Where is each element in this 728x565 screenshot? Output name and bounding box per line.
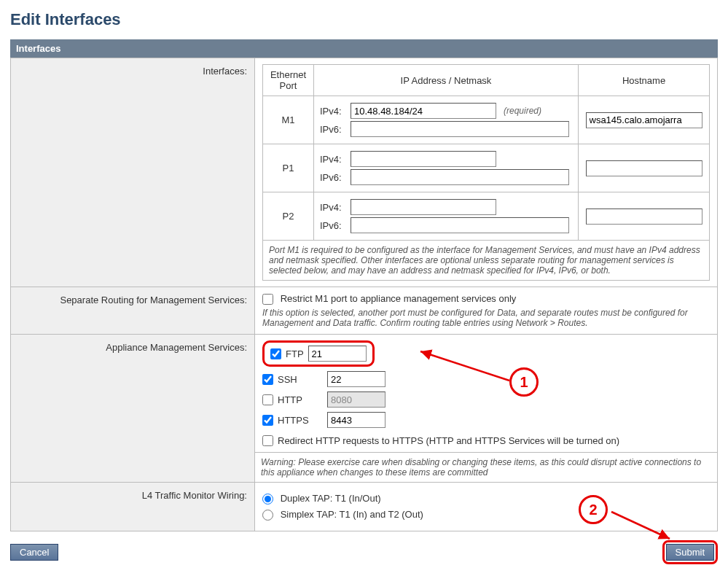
col-header-host: Hostname xyxy=(579,65,710,96)
cancel-button[interactable]: Cancel xyxy=(10,544,58,561)
page-title: Edit Interfaces xyxy=(10,10,718,29)
restrict-m1-checkbox[interactable] xyxy=(262,294,273,305)
l4-duplex-radio[interactable] xyxy=(262,494,273,504)
p1-hostname-input[interactable] xyxy=(586,160,702,176)
redirect-checkbox[interactable] xyxy=(262,435,273,446)
routing-note: If this option is selected, another port… xyxy=(262,308,710,328)
port-name-p1: P1 xyxy=(263,144,314,192)
p2-ipv4-input[interactable] xyxy=(351,199,496,215)
p1-ipv6-label: IPv6: xyxy=(320,172,351,183)
ssh-port-input[interactable] xyxy=(327,371,385,387)
ftp-checkbox[interactable] xyxy=(270,348,281,359)
https-label: HTTPS xyxy=(278,415,323,426)
p2-ipv6-label: IPv6: xyxy=(320,220,351,231)
submit-button[interactable]: Submit xyxy=(666,544,714,561)
highlight-ftp: FTP xyxy=(262,340,375,367)
interfaces-table: Interfaces: Ethernet Port IP Address / N… xyxy=(10,58,718,531)
m1-ipv4-input[interactable] xyxy=(351,103,496,119)
p1-ipv4-input[interactable] xyxy=(351,151,496,167)
m1-hostname-input[interactable] xyxy=(586,112,702,128)
section-header-interfaces: Interfaces xyxy=(10,39,718,58)
restrict-m1-label: Restrict M1 port to appliance management… xyxy=(281,293,517,304)
http-label: HTTP xyxy=(278,394,323,405)
label-interfaces: Interfaces: xyxy=(11,58,255,287)
http-checkbox[interactable] xyxy=(262,394,273,405)
m1-ipv6-label: IPv6: xyxy=(320,124,351,135)
redirect-label: Redirect HTTP requests to HTTPS (HTTP an… xyxy=(278,435,619,446)
p1-ipv6-input[interactable] xyxy=(351,169,569,185)
p2-hostname-input[interactable] xyxy=(586,209,702,225)
https-checkbox[interactable] xyxy=(262,415,273,426)
col-header-ip: IP Address / Netmask xyxy=(314,65,579,96)
port-name-p2: P2 xyxy=(263,192,314,241)
p2-ipv4-label: IPv4: xyxy=(320,202,351,213)
port-name-m1: M1 xyxy=(263,96,314,144)
m1-ipv6-input[interactable] xyxy=(351,121,569,137)
m1-ipv4-label: IPv4: xyxy=(320,106,351,117)
m1-required-hint: (required) xyxy=(504,106,541,116)
port-row-p2: P2 IPv4: IPv6: xyxy=(263,192,710,241)
ssh-checkbox[interactable] xyxy=(262,374,273,385)
label-separate-routing: Separate Routing for Management Services… xyxy=(11,287,255,335)
https-port-input[interactable] xyxy=(327,412,385,428)
services-warning: Warning: Please exercise care when disab… xyxy=(255,452,717,482)
page-container: Edit Interfaces Interfaces Interfaces: E… xyxy=(10,10,718,564)
highlight-submit: Submit xyxy=(662,540,718,564)
port-row-m1: M1 IPv4: (required) IPv6: xyxy=(263,96,710,144)
port-row-p1: P1 IPv4: IPv6: xyxy=(263,144,710,192)
label-l4-wiring: L4 Traffic Monitor Wiring: xyxy=(11,483,255,531)
button-row: Cancel Submit xyxy=(10,540,718,564)
p2-ipv6-input[interactable] xyxy=(351,217,569,233)
ports-note: Port M1 is required to be configured as … xyxy=(263,241,710,281)
ports-table: Ethernet Port IP Address / Netmask Hostn… xyxy=(262,64,710,281)
ftp-port-input[interactable] xyxy=(308,346,367,362)
label-appliance-services: Appliance Management Services: xyxy=(11,335,255,483)
ssh-label: SSH xyxy=(278,374,323,385)
ftp-label: FTP xyxy=(286,348,304,359)
col-header-port: Ethernet Port xyxy=(263,65,314,96)
l4-simplex-radio[interactable] xyxy=(262,510,273,521)
l4-duplex-label: Duplex TAP: T1 (In/Out) xyxy=(281,493,381,504)
p1-ipv4-label: IPv4: xyxy=(320,154,351,165)
l4-simplex-label: Simplex TAP: T1 (In) and T2 (Out) xyxy=(281,509,423,520)
interfaces-content: Ethernet Port IP Address / Netmask Hostn… xyxy=(255,58,718,287)
http-port-input[interactable] xyxy=(327,391,385,408)
